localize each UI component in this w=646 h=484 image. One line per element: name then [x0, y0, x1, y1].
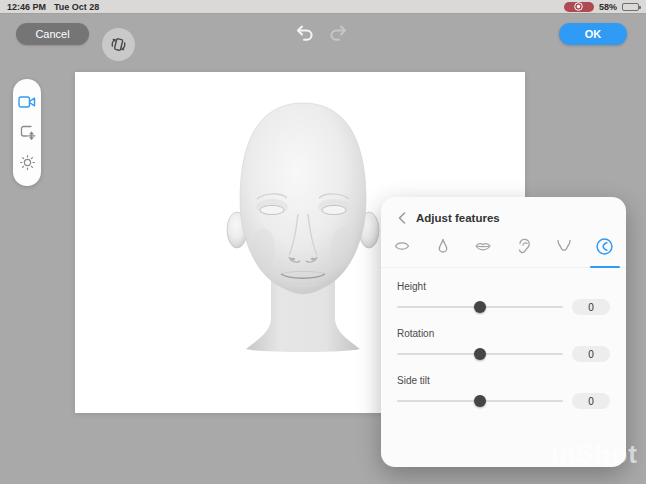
brightness-tool[interactable]: [17, 153, 37, 173]
redo-arrow-icon: [327, 22, 349, 44]
height-slider-thumb[interactable]: [474, 301, 486, 313]
status-bar: 12:46 PM Tue Oct 28 58%: [0, 0, 646, 14]
tab-nose[interactable]: [432, 235, 454, 257]
side-tilt-slider[interactable]: [397, 400, 563, 403]
tab-face[interactable]: [594, 235, 616, 257]
slider-label: Height: [397, 281, 610, 292]
chevron-left-icon: [398, 212, 406, 224]
battery-icon: [622, 3, 639, 11]
screen-record-icon[interactable]: [564, 2, 594, 12]
feature-tabs: [381, 231, 626, 268]
panel-back-button[interactable]: [395, 211, 409, 225]
slider-group-side-tilt: Side tilt 0: [397, 362, 610, 409]
panel-header: Adjust features: [381, 197, 626, 231]
slider-group-height: Height 0: [397, 268, 610, 315]
status-date: Tue Oct 28: [54, 2, 99, 12]
rotate-device-button[interactable]: [102, 28, 135, 61]
tab-lips[interactable]: [472, 235, 494, 257]
panel-title: Adjust features: [416, 212, 500, 224]
active-tab-underline: [590, 266, 620, 269]
crop-move-tool[interactable]: [17, 122, 37, 142]
tab-eyes[interactable]: [391, 235, 413, 257]
ok-button[interactable]: OK: [559, 23, 627, 45]
brightness-icon: [19, 154, 36, 171]
status-time: 12:46 PM: [7, 2, 46, 12]
slider-label: Side tilt: [397, 375, 610, 386]
rotation-value: 0: [572, 346, 610, 362]
tab-ears[interactable]: [513, 235, 535, 257]
rotation-slider[interactable]: [397, 353, 563, 356]
side-tilt-slider-thumb[interactable]: [474, 395, 486, 407]
rotate-device-icon: [109, 35, 128, 54]
face-icon: [594, 236, 615, 257]
rotation-slider-thumb[interactable]: [474, 348, 486, 360]
crop-move-icon: [19, 124, 36, 141]
left-tool-rail: [13, 79, 41, 186]
tab-jaw[interactable]: [553, 235, 575, 257]
lips-icon: [473, 236, 493, 256]
eye-icon: [392, 236, 412, 256]
height-slider[interactable]: [397, 306, 563, 309]
height-value: 0: [572, 299, 610, 315]
side-tilt-value: 0: [572, 393, 610, 409]
ear-icon: [514, 236, 534, 256]
redo-button[interactable]: [327, 22, 349, 44]
cancel-button[interactable]: Cancel: [16, 23, 89, 45]
video-camera-tool[interactable]: [17, 92, 37, 112]
record-dot-icon: [573, 1, 584, 12]
video-camera-icon: [18, 95, 36, 109]
adjust-features-panel: Adjust features: [381, 197, 626, 467]
battery-percent: 58%: [599, 2, 617, 12]
nose-icon: [433, 236, 453, 256]
jaw-icon: [554, 236, 574, 256]
slider-label: Rotation: [397, 328, 610, 339]
slider-group-rotation: Rotation 0: [397, 315, 610, 362]
undo-arrow-icon: [294, 22, 316, 44]
undo-button[interactable]: [294, 22, 316, 44]
